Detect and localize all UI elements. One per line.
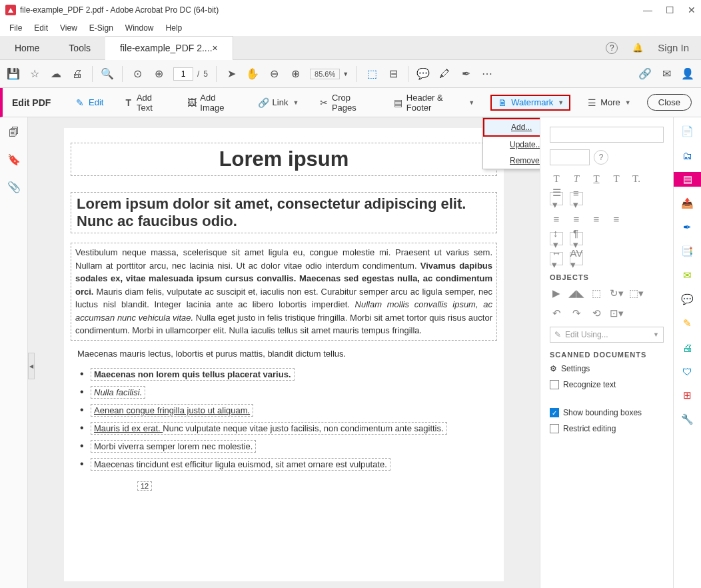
redo-icon[interactable]: ↷ <box>570 307 583 320</box>
account-icon[interactable]: 👤 <box>681 67 694 81</box>
zoom-level[interactable]: 85.6% <box>310 69 340 79</box>
bell-icon[interactable]: 🔔 <box>632 43 643 53</box>
sign-in-link[interactable]: Sign In <box>658 42 689 53</box>
thumbnails-icon[interactable]: 🗐 <box>9 127 19 139</box>
menu-esign[interactable]: E-Sign <box>84 22 119 34</box>
edit-pdf-tool-icon[interactable]: ▤ <box>674 172 702 187</box>
crop-object-icon[interactable]: ⬚ <box>590 287 603 300</box>
cloud-icon[interactable]: ☁ <box>49 67 63 81</box>
sign-icon[interactable]: ✒ <box>459 67 472 81</box>
doc-paragraph-2[interactable]: Maecenas mauris lectus, lobortis et puru… <box>73 345 494 363</box>
replace-icon[interactable]: ⟲ <box>590 307 603 320</box>
tab-close-icon[interactable]: × <box>213 43 218 53</box>
watermark-button[interactable]: 🗎Watermark▼ <box>490 95 570 111</box>
size-dropdown[interactable] <box>550 149 590 165</box>
align-right-icon[interactable]: ≡ <box>590 212 603 225</box>
menu-file[interactable]: File <box>4 22 27 34</box>
left-collapse-handle[interactable]: ◀ <box>28 353 35 379</box>
link-share-icon[interactable]: 🔗 <box>638 67 652 81</box>
align-obj-icon[interactable]: ⊡▾ <box>610 307 623 320</box>
fit-page-icon[interactable]: ⊟ <box>386 67 400 81</box>
pointer-icon[interactable]: ➤ <box>225 67 238 81</box>
doc-subtitle[interactable]: Lorem ipsum dolor sit amet, consectetur … <box>71 192 497 233</box>
document-view[interactable]: ◀ Lorem ipsum Lorem ipsum dolor sit amet… <box>28 117 540 588</box>
watermark-update[interactable]: Update... <box>483 137 540 153</box>
numbered-list-icon[interactable]: ≡ ▾ <box>570 192 583 205</box>
bold-icon[interactable]: T <box>550 172 563 185</box>
flip-v-icon[interactable]: ◢◣ <box>570 287 583 300</box>
edit-button[interactable]: ✎Edit <box>71 95 107 111</box>
char-spacing-icon[interactable]: AV ▾ <box>570 252 583 265</box>
doc-title[interactable]: Lorem ipsum <box>71 143 497 176</box>
list-item[interactable]: Mauris id ex erat. Nunc vulputate neque … <box>80 419 504 437</box>
page-up-icon[interactable]: ⊙ <box>131 67 144 81</box>
page-down-icon[interactable]: ⊕ <box>152 67 165 81</box>
export-icon[interactable]: 📤 <box>680 196 695 211</box>
header-footer-button[interactable]: ▤Header & Footer▼ <box>389 90 478 115</box>
horizontal-scale-icon[interactable]: ↔ ▾ <box>550 252 563 265</box>
comment-icon[interactable]: 💬 <box>416 67 430 81</box>
hand-icon[interactable]: ✋ <box>246 67 259 81</box>
plus-icon[interactable]: ⊕ <box>289 67 302 81</box>
help-icon[interactable]: ? <box>594 150 608 165</box>
bulleted-list-icon[interactable]: ☰ ▾ <box>550 192 563 205</box>
tab-home[interactable]: Home <box>0 36 54 60</box>
list-item[interactable]: Maecenas tincidunt est efficitur ligula … <box>80 455 504 473</box>
align-left-icon[interactable]: ≡ <box>550 212 563 225</box>
flip-h-icon[interactable]: ▶ <box>550 287 563 300</box>
organize-icon[interactable]: 📑 <box>680 244 695 259</box>
rotate-icon[interactable]: ↻▾ <box>610 287 623 300</box>
maximize-button[interactable]: ☐ <box>666 5 674 15</box>
attachment-icon[interactable]: 📎 <box>7 181 21 193</box>
font-dropdown[interactable] <box>550 127 664 143</box>
more-icon[interactable]: ⋯ <box>480 67 494 81</box>
star-icon[interactable]: ☆ <box>28 67 41 81</box>
crop-button[interactable]: ✂Crop Pages <box>315 90 377 115</box>
list-item[interactable]: Morbi viverra semper lorem nec molestie. <box>80 437 504 455</box>
align-justify-icon[interactable]: ≡ <box>610 212 623 225</box>
email-icon[interactable]: ✉ <box>660 67 673 81</box>
combine-icon[interactable]: 🗂 <box>680 148 695 163</box>
menu-edit[interactable]: Edit <box>29 22 53 34</box>
menu-view[interactable]: View <box>55 22 83 34</box>
watermark-add[interactable]: Add... <box>483 118 540 137</box>
minimize-button[interactable]: — <box>643 5 652 15</box>
link-button[interactable]: 🔗Link▼ <box>255 95 303 111</box>
comment-tool-icon[interactable]: 💬 <box>680 292 695 307</box>
send-comments-icon[interactable]: ✉ <box>680 268 695 283</box>
add-image-button[interactable]: 🖼Add Image <box>183 90 243 115</box>
doc-paragraph-1[interactable]: Vestibulum neque massa, scelerisque sit … <box>71 243 497 341</box>
restrict-editing-checkbox[interactable]: Restrict editing <box>550 424 664 433</box>
settings-link[interactable]: ⚙Settings <box>550 364 664 373</box>
more-button[interactable]: ☰More▼ <box>582 95 635 111</box>
fit-width-icon[interactable]: ⬚ <box>365 67 378 81</box>
list-item[interactable]: Aenean congue fringilla justo ut aliquam… <box>80 401 504 419</box>
minus-icon[interactable]: ⊖ <box>267 67 281 81</box>
zoom-out-icon[interactable]: 🔍 <box>101 67 114 81</box>
save-icon[interactable]: 💾 <box>7 67 20 81</box>
page-number[interactable]: 12 <box>137 481 152 491</box>
print-icon[interactable]: 🖨 <box>71 67 84 81</box>
italic-icon[interactable]: T <box>570 172 583 185</box>
line-spacing-icon[interactable]: ↕ ▾ <box>550 232 563 245</box>
tools-wrench-icon[interactable]: 🔧 <box>680 412 695 427</box>
scan-icon[interactable]: 🖨 <box>680 340 695 355</box>
undo-icon[interactable]: ↶ <box>550 307 563 320</box>
subscript-icon[interactable]: T. <box>630 172 643 185</box>
paragraph-spacing-icon[interactable]: ¶ ▾ <box>570 232 583 245</box>
sign-tool-icon[interactable]: ✒ <box>680 220 695 235</box>
tab-document[interactable]: file-example_PDF 2.... × <box>105 36 233 60</box>
page-input[interactable] <box>173 67 193 81</box>
close-button[interactable]: Close <box>647 94 692 111</box>
protect-icon[interactable]: 🛡 <box>680 364 695 379</box>
close-window-button[interactable]: ✕ <box>688 5 696 15</box>
list-item[interactable]: Maecenas non lorem quis tellus placerat … <box>80 365 504 383</box>
more-tools-icon[interactable]: ⊞ <box>680 388 695 403</box>
fill-sign-icon[interactable]: ✎ <box>680 316 695 331</box>
list-item[interactable]: Nulla facilisi. <box>80 383 504 401</box>
recognize-text-checkbox[interactable]: Recognize text <box>550 380 664 389</box>
arrange-icon[interactable]: ⬚▾ <box>630 287 643 300</box>
add-text-button[interactable]: TAdd Text <box>119 90 171 115</box>
menu-window[interactable]: Window <box>120 22 159 34</box>
underline-icon[interactable]: T <box>590 172 603 185</box>
